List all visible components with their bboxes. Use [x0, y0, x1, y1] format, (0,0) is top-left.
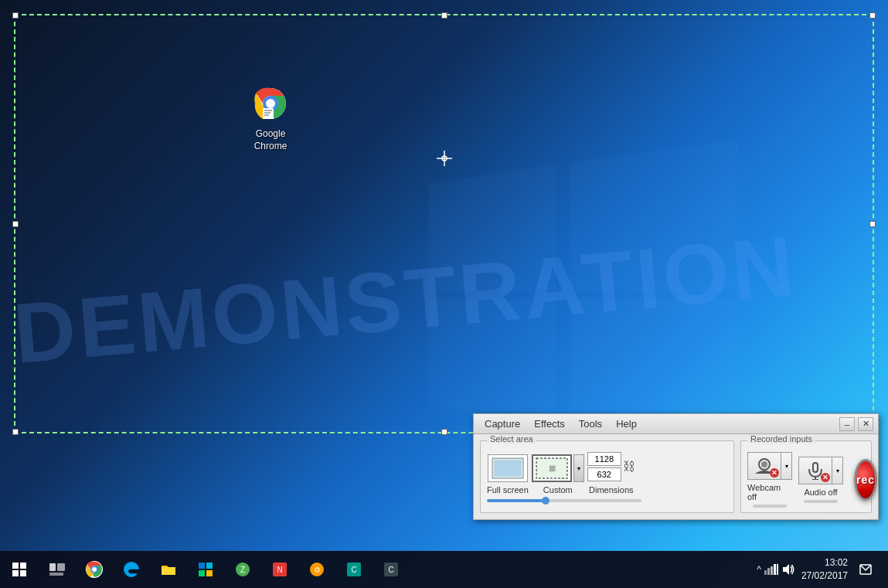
fullscreen-button[interactable]: Full screen — [487, 454, 529, 495]
taskbar-edge[interactable] — [113, 551, 150, 588]
handle-mr[interactable] — [869, 221, 876, 227]
network-icon[interactable] — [764, 564, 778, 575]
select-area-title: Select area — [487, 434, 536, 444]
svg-rect-9 — [264, 114, 269, 116]
slider-thumb[interactable] — [542, 497, 549, 505]
area-slider[interactable] — [487, 499, 641, 502]
custom-icon: ▦ — [532, 454, 572, 482]
taskbar-chrome[interactable] — [76, 551, 113, 588]
svg-rect-25 — [199, 563, 205, 569]
custom-button[interactable]: ▦ ▾ Custom — [532, 454, 584, 495]
taskbar-icon-6[interactable]: N — [261, 551, 298, 588]
recorded-inputs-section: Recorded inputs ✕ — [740, 440, 872, 513]
menu-tools[interactable]: Tools — [573, 416, 608, 432]
chevron-icon[interactable]: ^ — [757, 564, 761, 575]
time-display: 13:02 — [801, 556, 848, 569]
chrome-icon — [252, 85, 289, 122]
volume-icon[interactable] — [781, 563, 795, 576]
custom-label: Custom — [543, 485, 573, 495]
svg-rect-26 — [206, 563, 213, 569]
notification-icon[interactable] — [854, 557, 879, 582]
start-button[interactable] — [0, 551, 39, 588]
desktop: DEMONSTRATION — [0, 0, 888, 588]
handle-tm[interactable] — [441, 12, 447, 19]
svg-marker-44 — [783, 564, 789, 575]
svg-rect-16 — [813, 463, 818, 472]
svg-rect-40 — [767, 568, 770, 575]
svg-rect-39 — [764, 570, 767, 575]
custom-dropdown-arrow[interactable]: ▾ — [573, 454, 584, 482]
svg-rect-28 — [206, 570, 213, 576]
handle-bl[interactable] — [12, 429, 19, 435]
audio-dropdown[interactable]: ▾ — [832, 457, 843, 484]
taskbar-taskview[interactable] — [39, 551, 76, 588]
audio-off-badge: ✕ — [821, 473, 830, 482]
taskbar-icon-9[interactable]: C — [373, 551, 410, 588]
menu-capture[interactable]: Capture — [478, 416, 526, 432]
taskbar-icons: Z N ⚙ C — [39, 551, 757, 588]
menu-help[interactable]: Help — [610, 416, 643, 432]
svg-rect-11 — [495, 461, 521, 476]
chrome-desktop-icon[interactable]: Google Chrome — [240, 85, 301, 152]
windows-start-icon — [12, 563, 26, 576]
record-button[interactable]: rec — [854, 459, 877, 501]
svg-rect-7 — [264, 110, 272, 111]
audio-label: Audio off — [804, 488, 837, 497]
webcam-icon-box: ✕ — [747, 452, 781, 480]
recorder-toolbar: Capture Effects Tools Help – ✕ Select ar… — [473, 413, 879, 520]
toolbar-body: Select area Full screen — [474, 434, 878, 519]
area-buttons: Full screen ▦ ▾ — [487, 452, 727, 495]
audio-button[interactable]: ✕ ▾ Audio off — [798, 457, 843, 503]
taskbar-time[interactable]: 13:02 27/02/2017 — [801, 556, 848, 583]
svg-point-5 — [266, 99, 275, 108]
taskbar-store[interactable] — [187, 551, 224, 588]
recorded-inputs-title: Recorded inputs — [747, 434, 815, 444]
taskbar-icon-7[interactable]: ⚙ — [298, 551, 335, 588]
menu-effects[interactable]: Effects — [528, 416, 571, 432]
svg-text:Z: Z — [240, 566, 245, 574]
svg-point-24 — [92, 567, 97, 572]
svg-rect-27 — [199, 570, 205, 576]
svg-rect-21 — [49, 573, 63, 576]
dimensions-section: ⛓ Dimensions — [587, 452, 635, 495]
select-area-section: Select area Full screen — [480, 440, 734, 513]
taskbar-icon-5[interactable]: Z — [224, 551, 261, 588]
webcam-button[interactable]: ✕ ▾ Webcam off — [747, 452, 792, 508]
handle-tr[interactable] — [869, 12, 876, 19]
width-input[interactable] — [587, 452, 621, 466]
close-button[interactable]: ✕ — [858, 417, 873, 431]
chrome-icon-label: Google Chrome — [240, 128, 301, 152]
webcam-dropdown[interactable]: ▾ — [781, 452, 792, 480]
webcam-off-badge: ✕ — [770, 468, 779, 478]
date-display: 27/02/2017 — [801, 569, 848, 583]
minimize-button[interactable]: – — [839, 417, 855, 431]
system-tray-icons: ^ — [757, 563, 795, 576]
handle-ml[interactable] — [12, 221, 19, 227]
svg-text:C: C — [351, 566, 356, 574]
height-input[interactable] — [587, 467, 621, 481]
svg-text:C: C — [388, 566, 393, 574]
webcam-slider[interactable] — [753, 505, 787, 508]
audio-btn-row: ✕ ▾ — [798, 457, 843, 484]
svg-point-15 — [761, 461, 767, 467]
svg-rect-8 — [264, 112, 270, 114]
svg-rect-42 — [774, 564, 776, 575]
svg-text:▦: ▦ — [548, 464, 555, 472]
fullscreen-label: Full screen — [487, 485, 529, 495]
handle-tl[interactable] — [12, 12, 19, 19]
toolbar-window-controls: – ✕ — [839, 417, 873, 431]
toolbar-titlebar: Capture Effects Tools Help – ✕ — [474, 414, 878, 434]
svg-text:⚙: ⚙ — [314, 566, 321, 574]
custom-btn-row: ▦ ▾ — [532, 454, 584, 482]
windows-logo-watermark — [352, 140, 815, 449]
dimensions-label: Dimensions — [589, 485, 633, 495]
fullscreen-icon — [488, 454, 528, 482]
svg-text:N: N — [277, 566, 282, 574]
taskbar-icon-8[interactable]: C — [335, 551, 373, 588]
recorded-inputs-body: ✕ ▾ Webcam off — [747, 452, 865, 508]
taskbar-explorer[interactable] — [150, 551, 187, 588]
webcam-btn-row: ✕ ▾ — [747, 452, 792, 480]
audio-slider[interactable] — [804, 500, 838, 503]
taskbar-right: ^ 13:02 27/02/2017 — [757, 556, 888, 583]
webcam-label: Webcam off — [747, 483, 792, 501]
